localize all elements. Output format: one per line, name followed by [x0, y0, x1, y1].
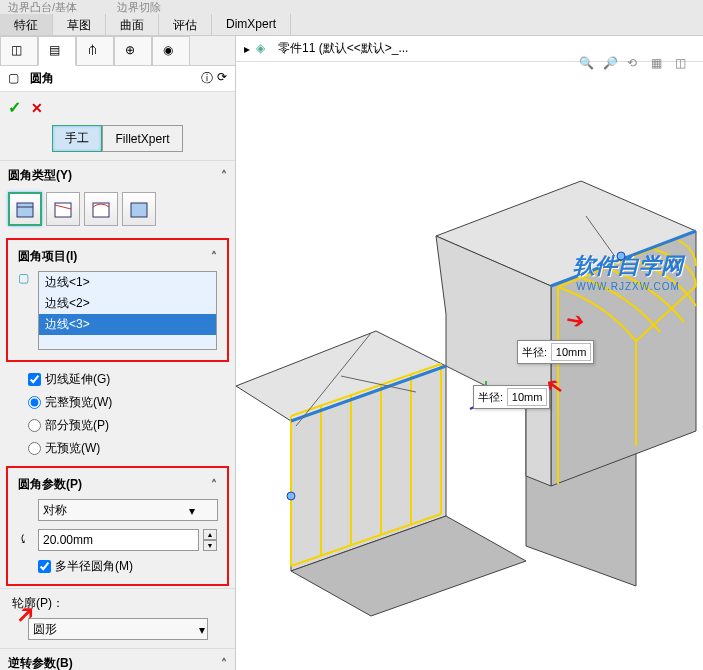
target-icon: ⊕	[125, 43, 141, 59]
fillet-type-header[interactable]: 圆角类型(Y) ˄	[8, 165, 227, 186]
no-preview-label: 无预览(W)	[45, 440, 100, 457]
confirm-row: ✓ ✕	[0, 92, 235, 123]
multi-radius-label: 多半径圆角(M)	[55, 558, 133, 575]
chevron-up-icon: ˄	[211, 478, 217, 492]
watermark: 软件自学网 WWW.RJZXW.COM	[573, 251, 683, 292]
fillet-icon: ▢	[8, 71, 24, 87]
callout-input[interactable]	[551, 343, 591, 361]
fillet-items-section: 圆角项目(I) ˄ ▢ 边线<1> 边线<2> 边线<3>	[10, 242, 225, 358]
fillet-type-variable[interactable]	[46, 192, 80, 226]
full-preview-label: 完整预览(W)	[45, 394, 112, 411]
command-tabs: 特征 草图 曲面 评估 DimXpert	[0, 14, 703, 36]
manual-mode-button[interactable]: 手工	[52, 125, 102, 152]
chevron-up-icon: ˄	[221, 657, 227, 671]
panel-tabs: ◫ ▤ ⫛ ⊕ ◉	[0, 36, 235, 66]
callout-label: 半径:	[520, 345, 549, 360]
tab-features[interactable]: 特征	[0, 14, 53, 35]
svg-point-14	[287, 492, 295, 500]
reverse-params-header[interactable]: 逆转参数(B) ˄	[8, 653, 227, 670]
toolbar-item: 边界切除	[117, 0, 161, 15]
filletxpert-mode-button[interactable]: FilletXpert	[102, 125, 182, 152]
svg-rect-3	[131, 203, 147, 217]
list-empty-row[interactable]	[39, 335, 216, 349]
help-icon[interactable]: ⓘ	[201, 70, 213, 87]
tab-sketch[interactable]: 草图	[53, 14, 106, 35]
model-3d[interactable]	[236, 36, 703, 670]
fillet-type-section: 圆角类型(Y) ˄	[0, 160, 235, 236]
fillet-type-constant[interactable]	[8, 192, 42, 226]
preview-options: 切线延伸(G) 完整预览(W) 部分预览(P) 无预览(W)	[0, 364, 235, 464]
tab-dimxpert[interactable]: DimXpert	[212, 14, 291, 35]
profile-header: 轮廓(P)：	[8, 593, 227, 614]
no-preview-radio[interactable]	[28, 442, 41, 455]
fillet-type-full[interactable]	[122, 192, 156, 226]
config-icon: ⫛	[87, 43, 103, 59]
symmetry-select[interactable]: 对称	[38, 499, 218, 521]
tab-surface[interactable]: 曲面	[106, 14, 159, 35]
radius-callout[interactable]: 半径:	[517, 340, 594, 364]
feature-title: 圆角	[30, 70, 54, 87]
panel-tab-property[interactable]: ▤	[38, 36, 76, 66]
fillet-type-face[interactable]	[84, 192, 118, 226]
radius-input[interactable]	[38, 529, 199, 551]
profile-section: 轮廓(P)： 圆形 ▾	[0, 588, 235, 648]
disabled-toolbar: 边界凸台/基体 边界切除	[0, 0, 703, 14]
toolbar-item: 边界凸台/基体	[8, 0, 77, 15]
profile-select[interactable]: 圆形	[28, 618, 208, 640]
tangent-propagation-checkbox[interactable]	[28, 373, 41, 386]
reverse-params-section: 逆转参数(B) ˄	[0, 648, 235, 670]
edge-selection-list[interactable]: 边线<1> 边线<2> 边线<3>	[38, 271, 217, 350]
property-manager: ◫ ▤ ⫛ ⊕ ◉ ▢ 圆角 ⓘ ⟳ ✓ ✕ 手工 FilletXpert	[0, 36, 236, 670]
partial-preview-label: 部分预览(P)	[45, 417, 109, 434]
edge-select-icon: ▢	[18, 271, 34, 287]
chevron-up-icon: ˄	[211, 250, 217, 264]
tab-evaluate[interactable]: 评估	[159, 14, 212, 35]
partial-preview-radio[interactable]	[28, 419, 41, 432]
watermark-url: WWW.RJZXW.COM	[573, 281, 683, 292]
spinner-up[interactable]: ▲	[203, 529, 217, 540]
callout-label: 半径:	[476, 390, 505, 405]
spinner-down[interactable]: ▼	[203, 540, 217, 551]
property-icon: ▤	[49, 43, 65, 59]
tree-icon: ◫	[11, 43, 27, 59]
panel-tab-appearance[interactable]: ◉	[152, 36, 190, 66]
list-item[interactable]: 边线<1>	[39, 272, 216, 293]
fillet-params-header[interactable]: 圆角参数(P) ˄	[18, 474, 217, 495]
list-item[interactable]: 边线<2>	[39, 293, 216, 314]
panel-tab-dim[interactable]: ⊕	[114, 36, 152, 66]
pin-icon[interactable]: ⟳	[217, 70, 227, 87]
list-item[interactable]: 边线<3>	[39, 314, 216, 335]
panel-tab-config[interactable]: ⫛	[76, 36, 114, 66]
graphics-viewport[interactable]: ▸ ◈ 零件11 (默认<<默认>_... 🔍 🔎 ⟲ ▦ ◫	[236, 36, 703, 670]
palette-icon: ◉	[163, 43, 179, 59]
multi-radius-checkbox[interactable]	[38, 560, 51, 573]
watermark-title: 软件自学网	[573, 251, 683, 281]
panel-tab-feature-tree[interactable]: ◫	[0, 36, 38, 66]
fillet-mode-buttons: 手工 FilletXpert	[0, 123, 235, 160]
svg-rect-0	[17, 203, 33, 217]
full-preview-radio[interactable]	[28, 396, 41, 409]
feature-header: ▢ 圆角 ⓘ ⟳	[0, 66, 235, 92]
radius-callout[interactable]: 半径:	[473, 385, 550, 409]
cancel-button[interactable]: ✕	[31, 100, 43, 116]
tangent-propagation-label: 切线延伸(G)	[45, 371, 110, 388]
chevron-up-icon: ˄	[221, 169, 227, 183]
callout-input[interactable]	[507, 388, 547, 406]
fillet-items-header[interactable]: 圆角项目(I) ˄	[18, 246, 217, 267]
ok-button[interactable]: ✓	[8, 98, 21, 117]
fillet-params-section: 圆角参数(P) ˄ 对称 ▾ ⤹ ▲ ▼ 多半径圆角	[10, 470, 225, 582]
radius-icon: ⤹	[18, 532, 34, 548]
radius-spinner[interactable]: ▲ ▼	[203, 529, 217, 551]
